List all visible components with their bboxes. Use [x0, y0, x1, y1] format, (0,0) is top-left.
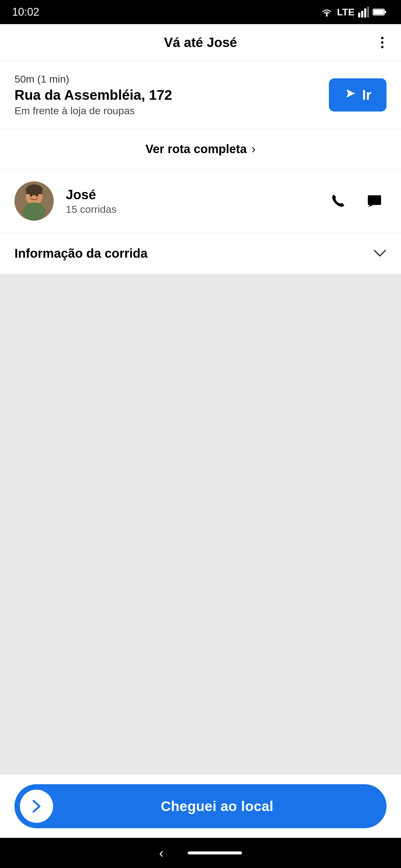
- signal-icon: [358, 7, 369, 18]
- chevron-down-icon: [373, 247, 386, 260]
- svg-rect-6: [385, 11, 386, 13]
- status-bar: 10:02 LTE: [0, 0, 401, 24]
- navigation-info: 50m (1 min) Rua da Assembléia, 172 Em fr…: [0, 61, 401, 129]
- arrived-button-text: Cheguei ao local: [53, 798, 381, 814]
- wifi-icon: [320, 7, 334, 18]
- header-title: Vá até José: [164, 35, 237, 50]
- menu-button[interactable]: [378, 34, 386, 51]
- driver-rides: 15 corridas: [66, 204, 314, 215]
- svg-rect-1: [358, 13, 360, 18]
- message-icon: [365, 192, 383, 210]
- ride-info-label: Informação da corrida: [15, 246, 147, 261]
- status-time: 10:02: [12, 6, 39, 19]
- driver-info: José 15 corridas: [0, 169, 401, 233]
- svg-marker-15: [368, 205, 373, 207]
- header: Vá até José: [0, 24, 401, 61]
- bottom-cta: Cheguei ao local: [0, 774, 401, 838]
- svg-rect-2: [361, 11, 363, 18]
- route-link[interactable]: Ver rota completa ›: [0, 129, 401, 169]
- message-button[interactable]: [362, 189, 386, 214]
- route-link-arrow: ›: [252, 142, 256, 156]
- navigation-icon: [344, 87, 357, 103]
- back-button[interactable]: ‹: [159, 845, 164, 861]
- go-button[interactable]: Ir: [329, 79, 386, 112]
- home-indicator: [188, 851, 242, 855]
- nav-distance-time: 50m (1 min): [15, 73, 317, 85]
- nav-bar: ‹: [0, 838, 401, 868]
- svg-rect-14: [368, 195, 381, 205]
- chevron-right-icon: [27, 797, 46, 815]
- call-button[interactable]: [326, 189, 350, 214]
- lte-label: LTE: [337, 7, 354, 18]
- driver-name: José: [66, 187, 314, 202]
- app-container: Vá até José 50m (1 min) Rua da Assembléi…: [0, 24, 401, 838]
- status-icons: LTE: [320, 7, 386, 18]
- route-link-text: Ver rota completa: [145, 142, 247, 156]
- svg-rect-4: [367, 7, 369, 18]
- phone-icon: [329, 192, 347, 210]
- driver-actions: [326, 189, 386, 214]
- svg-rect-3: [364, 8, 366, 18]
- svg-rect-7: [374, 10, 384, 14]
- nav-hint: Em frente à loja de roupas: [15, 105, 317, 117]
- ride-info-accordion[interactable]: Informação da corrida: [0, 233, 401, 274]
- svg-point-13: [36, 195, 38, 197]
- driver-details: José 15 corridas: [66, 187, 314, 215]
- nav-address: Rua da Assembléia, 172: [15, 87, 317, 103]
- arrived-button-circle: [20, 789, 53, 823]
- arrived-button[interactable]: Cheguei ao local: [15, 784, 386, 828]
- battery-icon: [373, 8, 386, 16]
- go-button-label: Ir: [362, 87, 371, 103]
- map-area: [0, 274, 401, 774]
- driver-avatar: [15, 181, 54, 221]
- svg-point-12: [30, 195, 32, 197]
- nav-details: 50m (1 min) Rua da Assembléia, 172 Em fr…: [15, 73, 317, 117]
- svg-point-0: [326, 15, 328, 17]
- svg-point-11: [23, 203, 46, 221]
